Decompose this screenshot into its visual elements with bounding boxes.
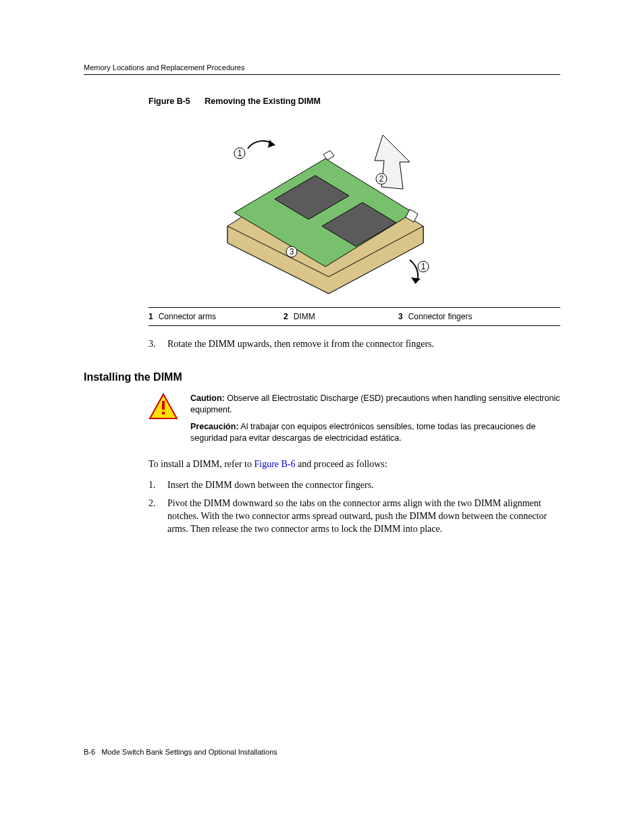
- figure-label: Figure B-5: [149, 97, 190, 106]
- step-text: Insert the DIMM down between the connect…: [167, 479, 560, 492]
- svg-rect-18: [162, 401, 165, 410]
- legend-text: Connector fingers: [408, 312, 473, 321]
- legend-num: 2: [284, 312, 288, 321]
- chapter-title: Mode Switch Bank Settings and Optional I…: [101, 748, 277, 756]
- svg-text:1: 1: [238, 148, 242, 158]
- dimm-removal-illustration-icon: 1 2 3 1: [207, 125, 437, 300]
- figure-caption: Figure B-5 Removing the Existing DIMM: [149, 97, 560, 106]
- svg-text:2: 2: [379, 174, 384, 184]
- running-header: Memory Locations and Replacement Procedu…: [84, 63, 560, 75]
- step-number: 1.: [149, 479, 167, 492]
- figure-cross-reference[interactable]: Figure B-6: [254, 459, 295, 469]
- svg-marker-8: [411, 277, 421, 283]
- page-footer: B-6 Mode Switch Bank Settings and Option…: [84, 748, 277, 756]
- section-heading: Installing the DIMM: [84, 371, 560, 383]
- legend-num: 3: [398, 312, 403, 321]
- caution-icon: [149, 393, 178, 420]
- page-number: B-6: [84, 748, 95, 756]
- caution-text-body: Observe all Electrostatic Discharge (ESD…: [190, 394, 560, 414]
- precaucion-label: Precaución:: [190, 422, 239, 431]
- step-number: 3.: [149, 338, 167, 351]
- intro-post: and proceed as follows:: [296, 459, 387, 469]
- step-text: Pivot the DIMM downward so the tabs on t…: [167, 497, 560, 536]
- precaucion-text-body: Al trabajar con equipos electrónicos sen…: [190, 422, 535, 443]
- procedure-step: 2. Pivot the DIMM downward so the tabs o…: [149, 497, 560, 536]
- figure-legend: 1 Connector arms 2 DIMM 3 Connector fing…: [149, 307, 560, 326]
- install-intro: To install a DIMM, refer to Figure B-6 a…: [149, 458, 560, 471]
- figure-title: Removing the Existing DIMM: [205, 97, 321, 106]
- legend-text: Connector arms: [159, 312, 216, 321]
- intro-pre: To install a DIMM, refer to: [149, 459, 254, 469]
- svg-text:3: 3: [290, 247, 294, 256]
- step-text: Rotate the DIMM upwards, then remove it …: [167, 338, 560, 351]
- legend-text: DIMM: [294, 312, 315, 321]
- legend-num: 1: [149, 312, 153, 321]
- svg-rect-19: [162, 412, 165, 414]
- svg-text:1: 1: [421, 262, 426, 271]
- step-number: 2.: [149, 497, 167, 536]
- procedure-step: 3. Rotate the DIMM upwards, then remove …: [149, 338, 560, 351]
- caution-label: Caution:: [190, 394, 225, 403]
- caution-block: Caution: Observe all Electrostatic Disch…: [149, 393, 560, 450]
- procedure-step: 1. Insert the DIMM down between the conn…: [149, 479, 560, 492]
